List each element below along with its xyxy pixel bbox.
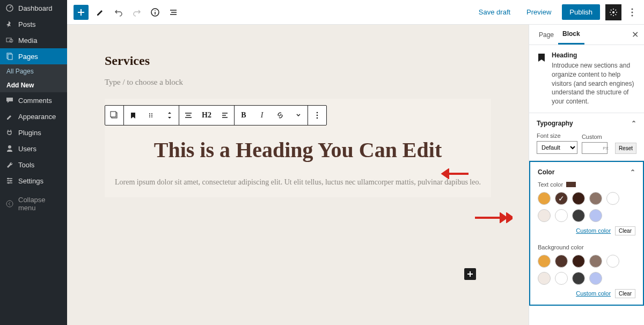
media-icon	[5, 36, 14, 45]
color-swatch[interactable]	[538, 272, 551, 285]
sidebar-item-media[interactable]: Media	[0, 32, 67, 48]
color-swatch[interactable]	[572, 272, 585, 285]
color-swatch[interactable]	[589, 272, 602, 285]
sidebar-label: Pages	[18, 53, 38, 61]
sidebar-item-dashboard[interactable]: Dashboard	[0, 0, 67, 16]
color-swatch[interactable]	[555, 209, 568, 222]
inspector-tabs: Page Block ✕	[529, 25, 644, 45]
reset-button[interactable]: Reset	[615, 143, 636, 154]
color-swatch[interactable]	[589, 209, 602, 222]
more-options-button[interactable]	[627, 8, 638, 17]
sliders-icon	[5, 176, 14, 185]
bg-color-label: Background color	[538, 244, 584, 250]
insert-block-button[interactable]	[464, 268, 476, 280]
add-block-button[interactable]	[74, 5, 89, 20]
editor-canvas[interactable]: Services Type / to choose a block	[67, 25, 529, 325]
color-title: Color	[538, 168, 554, 176]
sidebar-item-users[interactable]: Users	[0, 141, 67, 157]
brush-icon	[5, 112, 14, 121]
custom-color-link[interactable]: Custom color	[576, 227, 611, 234]
publish-button[interactable]: Publish	[562, 4, 600, 20]
typography-panel-toggle[interactable]: Typography ⌃	[537, 120, 636, 127]
italic-button[interactable]: I	[253, 106, 271, 125]
sidebar-collapse[interactable]: Collapse menu	[0, 192, 67, 216]
collapse-icon	[5, 200, 14, 208]
redo-icon[interactable]	[130, 6, 143, 19]
svg-point-17	[149, 113, 150, 114]
undo-icon[interactable]	[112, 6, 125, 19]
chevron-up-icon: ⌃	[631, 120, 636, 127]
color-swatch[interactable]	[538, 209, 551, 222]
tab-block[interactable]: Block	[558, 25, 584, 45]
clear-text-color-button[interactable]: Clear	[615, 226, 635, 235]
heading-block-text[interactable]: This is a Heading You Can Edit	[126, 137, 470, 162]
svg-point-18	[149, 115, 150, 116]
color-swatch[interactable]	[538, 192, 551, 205]
move-icon[interactable]	[142, 106, 160, 125]
color-swatch[interactable]	[555, 272, 568, 285]
editor-topbar: Save draft Preview Publish	[67, 0, 644, 25]
sidebar-item-tools[interactable]: Tools	[0, 157, 67, 173]
text-align-icon[interactable]	[216, 106, 234, 125]
bold-button[interactable]: B	[235, 106, 253, 125]
svg-rect-16	[111, 112, 116, 117]
more-block-options-button[interactable]	[308, 106, 326, 125]
block-placeholder[interactable]: Type / to choose a block	[105, 78, 491, 87]
info-icon[interactable]	[149, 6, 162, 19]
sidebar-item-comments[interactable]: Comments	[0, 92, 67, 108]
bookmark-icon[interactable]	[124, 106, 142, 125]
tab-page[interactable]: Page	[535, 26, 558, 44]
paragraph-block-text[interactable]: Lorem ipsum dolor sit amet, consectetur …	[110, 176, 486, 188]
sidebar-item-settings[interactable]: Settings	[0, 173, 67, 189]
color-swatch[interactable]	[606, 192, 619, 205]
sidebar-subitem-add-new[interactable]: Add New	[0, 78, 67, 92]
color-swatch[interactable]	[572, 209, 585, 222]
sidebar-label: Tools	[18, 161, 34, 169]
selected-block[interactable]: H2 B I	[105, 99, 491, 197]
save-draft-button[interactable]: Save draft	[473, 5, 516, 19]
sidebar-label: Dashboard	[18, 4, 53, 12]
svg-point-19	[149, 116, 150, 117]
color-swatch-selected[interactable]	[555, 192, 568, 205]
sidebar-label: Posts	[18, 20, 36, 28]
preview-button[interactable]: Preview	[521, 5, 557, 19]
svg-point-14	[632, 14, 633, 16]
drag-handle-icon[interactable]	[105, 106, 123, 125]
sidebar-item-pages[interactable]: Pages	[0, 48, 67, 64]
sidebar-subitem-all-pages[interactable]: All Pages	[0, 64, 67, 78]
svg-point-11	[612, 11, 614, 13]
sidebar-label: Users	[18, 145, 36, 153]
sidebar-item-appearance[interactable]: Appearance	[0, 108, 67, 124]
color-swatch[interactable]	[589, 255, 602, 268]
color-swatch[interactable]	[572, 192, 585, 205]
heading-level-button[interactable]: H2	[197, 106, 216, 125]
align-icon[interactable]	[179, 106, 197, 125]
plug-icon	[5, 128, 14, 137]
link-icon[interactable]	[271, 106, 289, 125]
clear-bg-color-button[interactable]: Clear	[615, 289, 635, 298]
page-title[interactable]: Services	[105, 54, 491, 68]
color-swatch[interactable]	[555, 255, 568, 268]
close-inspector-button[interactable]: ✕	[632, 29, 639, 40]
font-size-select[interactable]: Default	[537, 141, 577, 154]
svg-point-24	[317, 115, 318, 116]
page-icon	[5, 52, 14, 61]
block-type-desc: Introduce new sections and organize cont…	[552, 61, 636, 106]
color-swatch[interactable]	[572, 255, 585, 268]
editor-main: Save draft Preview Publish Services Type…	[67, 0, 644, 325]
chevron-down-icon[interactable]	[289, 106, 308, 125]
outline-icon[interactable]	[167, 6, 180, 19]
color-swatch[interactable]	[538, 255, 551, 268]
move-up-down-icon[interactable]	[160, 106, 179, 125]
edit-icon[interactable]	[94, 6, 107, 19]
svg-point-12	[632, 8, 633, 10]
settings-button[interactable]	[605, 4, 621, 20]
custom-bg-color-link[interactable]: Custom color	[576, 290, 611, 297]
color-swatch[interactable]	[606, 255, 619, 268]
color-panel-toggle[interactable]: Color ⌃	[538, 168, 635, 176]
sidebar-item-posts[interactable]: Posts	[0, 16, 67, 32]
color-swatch[interactable]	[589, 192, 602, 205]
sidebar-item-plugins[interactable]: Plugins	[0, 124, 67, 141]
block-toolbar: H2 B I	[105, 105, 327, 125]
svg-point-13	[632, 11, 633, 13]
